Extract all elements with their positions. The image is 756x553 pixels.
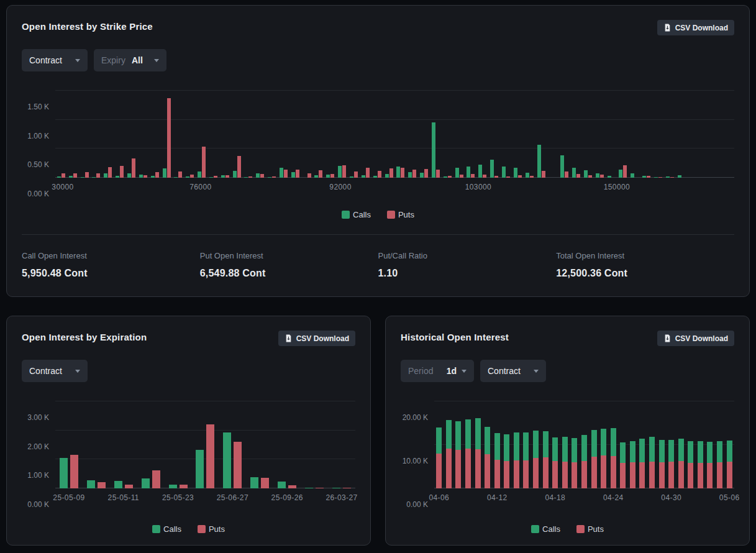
bar-segment-calls bbox=[523, 432, 529, 460]
panel-title: Historical Open Interest bbox=[401, 332, 509, 342]
bar-group bbox=[657, 401, 667, 488]
bar-group bbox=[500, 91, 512, 178]
bar-segment-puts bbox=[727, 462, 732, 488]
bar-puts bbox=[125, 485, 133, 488]
legend-puts[interactable]: Puts bbox=[576, 524, 604, 534]
bar-puts bbox=[180, 485, 188, 488]
bar-group bbox=[473, 401, 483, 488]
bar-group bbox=[531, 401, 541, 488]
bar-calls bbox=[608, 176, 611, 178]
bar-segment-puts bbox=[620, 463, 626, 488]
bar-group bbox=[550, 401, 560, 488]
bar-group bbox=[301, 401, 328, 488]
panel-header: Open Interest by Strike Price CSV Downlo… bbox=[7, 6, 749, 35]
csv-download-button[interactable]: CSV Download bbox=[278, 331, 355, 346]
bar-group bbox=[715, 401, 725, 488]
bar-group bbox=[383, 91, 395, 178]
chart-legend: Calls Puts bbox=[7, 524, 370, 534]
legend-puts[interactable]: Puts bbox=[198, 524, 225, 534]
bar-segment-calls bbox=[572, 438, 577, 462]
bar-puts bbox=[670, 177, 674, 178]
bar-group bbox=[110, 401, 137, 488]
bar-group bbox=[483, 401, 493, 488]
bar-calls bbox=[233, 171, 237, 178]
bar-calls bbox=[69, 176, 73, 178]
contract-dropdown[interactable]: Contract bbox=[22, 360, 88, 382]
stacked-bar bbox=[455, 421, 461, 488]
bar-segment-calls bbox=[727, 441, 732, 462]
x-axis-tick: 25-05-11 bbox=[108, 493, 139, 502]
bar-segment-puts bbox=[581, 461, 587, 488]
contract-dropdown-value: Contract bbox=[29, 366, 62, 376]
stat-value: 5,950.48 Cont bbox=[22, 268, 200, 279]
bar-group bbox=[184, 91, 196, 178]
bars-layer bbox=[55, 91, 734, 178]
csv-download-button[interactable]: CSV Download bbox=[657, 331, 734, 346]
bar-group bbox=[336, 91, 348, 178]
legend-calls[interactable]: Calls bbox=[531, 524, 560, 534]
bar-segment-puts bbox=[543, 457, 549, 488]
bar-group bbox=[521, 401, 531, 488]
bar-calls bbox=[490, 160, 494, 178]
bar-calls bbox=[291, 172, 295, 178]
bar-puts bbox=[132, 158, 135, 178]
stacked-bar bbox=[707, 442, 713, 488]
bar-group bbox=[254, 91, 266, 178]
contract-dropdown[interactable]: Contract bbox=[480, 360, 546, 382]
bar-group bbox=[606, 91, 617, 178]
bar-puts bbox=[167, 98, 171, 178]
x-axis-tick: 04-30 bbox=[661, 493, 681, 502]
bar-group bbox=[465, 91, 477, 178]
bar-group bbox=[172, 91, 184, 178]
bar-group bbox=[628, 401, 638, 488]
stat-label: Put/Call Ratio bbox=[378, 251, 557, 260]
bar-calls bbox=[362, 175, 365, 178]
bar-puts bbox=[202, 147, 206, 178]
legend-puts[interactable]: Puts bbox=[387, 210, 414, 219]
stacked-bar bbox=[572, 438, 577, 488]
bar-group bbox=[442, 91, 453, 178]
bar-group bbox=[594, 91, 606, 178]
plot-area: 300007600092000103000150000 bbox=[55, 91, 734, 178]
bar-puts bbox=[296, 170, 299, 178]
bar-puts bbox=[530, 176, 534, 178]
csv-download-button[interactable]: CSV Download bbox=[657, 20, 734, 35]
contract-dropdown[interactable]: Contract bbox=[22, 49, 88, 71]
legend-calls[interactable]: Calls bbox=[342, 210, 371, 219]
bar-segment-calls bbox=[698, 441, 703, 463]
x-axis-tick: 25-09-26 bbox=[271, 493, 303, 502]
bar-segment-calls bbox=[630, 441, 635, 462]
bar-puts bbox=[61, 173, 65, 178]
bar-segment-puts bbox=[533, 458, 539, 488]
bar-calls bbox=[57, 176, 61, 178]
bar-puts bbox=[342, 165, 346, 178]
bar-puts bbox=[565, 171, 568, 178]
bar-group bbox=[246, 401, 273, 488]
legend-calls[interactable]: Calls bbox=[152, 524, 181, 534]
strike-price-chart: 0.00 K0.50 K1.00 K1.50 K 300007600092000… bbox=[7, 91, 749, 194]
stacked-bar bbox=[533, 431, 539, 488]
legend-puts-label: Puts bbox=[209, 524, 225, 534]
csv-download-label: CSV Download bbox=[675, 334, 728, 343]
bar-group bbox=[667, 401, 676, 488]
bar-puts bbox=[424, 169, 428, 178]
bar-group bbox=[512, 401, 522, 488]
bar-calls bbox=[502, 167, 506, 178]
bar-calls bbox=[151, 176, 155, 178]
bar-calls bbox=[467, 167, 470, 178]
period-dropdown[interactable]: Period 1d bbox=[401, 360, 474, 382]
bar-calls bbox=[537, 145, 541, 178]
bar-group bbox=[535, 91, 547, 178]
bar-calls bbox=[139, 175, 143, 178]
bar-group bbox=[371, 91, 383, 178]
bar-calls bbox=[455, 168, 459, 178]
bar-calls bbox=[244, 177, 248, 178]
stat-put-open-interest: Put Open Interest 6,549.88 Cont bbox=[200, 251, 378, 279]
bar-calls bbox=[221, 175, 225, 178]
summary-stats: Call Open Interest 5,950.48 Cont Put Ope… bbox=[7, 235, 749, 279]
bar-calls bbox=[631, 173, 634, 178]
bar-puts bbox=[225, 175, 229, 178]
bar-group bbox=[91, 91, 102, 178]
expiry-dropdown[interactable]: Expiry All bbox=[94, 49, 166, 71]
bar-puts bbox=[272, 176, 276, 178]
